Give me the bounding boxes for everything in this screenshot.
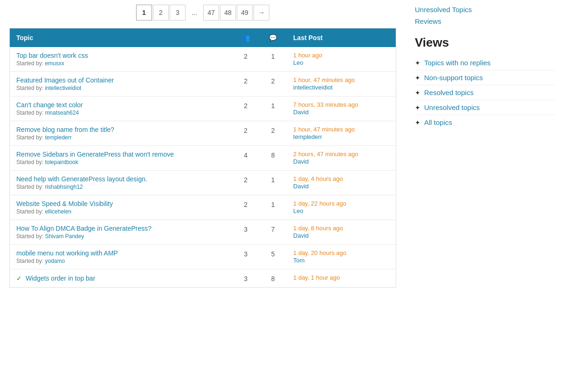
last-post-cell: 1 day, 22 hours agoLeo xyxy=(287,195,396,220)
last-post-time: 1 hour, 47 minutes ago xyxy=(293,76,389,83)
topic-author-link[interactable]: rishabhsingh12 xyxy=(45,184,83,190)
replies-count: 7 xyxy=(259,220,287,245)
voices-count: 2 xyxy=(232,96,260,121)
page-2[interactable]: 2 xyxy=(153,5,169,21)
page-3[interactable]: 3 xyxy=(170,5,186,21)
topic-author-link[interactable]: tolepaintbook xyxy=(45,159,78,165)
topic-title-link[interactable]: Remove blog name from the title? xyxy=(16,126,226,133)
topic-title-link[interactable]: Website Speed & Mobile Visibility xyxy=(16,200,226,207)
last-post-cell: 1 day, 20 hours agoTom xyxy=(287,245,396,269)
topic-meta: Started by: rishabhsingh12 xyxy=(16,184,226,190)
replies-count: 1 xyxy=(259,195,287,220)
replies-icon: 💬 xyxy=(269,34,277,41)
view-item: ✦Topics with no replies xyxy=(415,55,555,70)
view-link[interactable]: Unresolved topics xyxy=(424,103,480,111)
last-post-author: templederr xyxy=(293,133,322,140)
last-post-time: 7 hours, 33 minutes ago xyxy=(293,101,389,108)
main-content: 1 2 3 ... 47 48 49 → Topic 👥 💬 Last xyxy=(0,5,406,288)
voices-count: 2 xyxy=(232,171,260,195)
last-post-cell: 1 day, 4 hours agoDavid xyxy=(287,171,396,195)
topic-title-link[interactable]: Featured Images out of Container xyxy=(16,76,226,84)
topic-title-link[interactable]: Top bar doesn't work css xyxy=(16,52,226,59)
views-section: Views ✦Topics with no replies✦Non-suppor… xyxy=(415,35,555,130)
replies-header: 💬 xyxy=(259,28,287,48)
topic-meta: Started by: ellicehelen xyxy=(16,208,226,215)
topic-author-link[interactable]: mnatseah624 xyxy=(45,110,79,116)
topic-author-link[interactable]: ellicehelen xyxy=(45,208,71,215)
topics-table: Topic 👥 💬 Last Post Top bar doesn't work… xyxy=(9,28,396,288)
last-post-cell: 7 hours, 33 minutes agoDavid xyxy=(287,96,396,121)
last-post-time: 1 day, 20 hours ago xyxy=(293,249,389,256)
topic-title-link[interactable]: Can't change text color xyxy=(16,101,226,109)
topic-author-link[interactable]: emusxx xyxy=(45,60,64,67)
voices-count: 3 xyxy=(232,269,260,288)
last-post-time: 1 day, 22 hours ago xyxy=(293,200,389,207)
table-row: Top bar doesn't work cssStarted by: emus… xyxy=(10,47,396,72)
last-post-time: 1 hour ago xyxy=(293,52,389,59)
topic-title-link[interactable]: ✓ Widgets order in top bar xyxy=(16,275,226,282)
view-link[interactable]: Resolved topics xyxy=(424,89,474,96)
view-item: ✦Resolved topics xyxy=(415,85,555,100)
topic-meta: Started by: emusxx xyxy=(16,60,226,67)
last-post-cell: 2 hours, 47 minutes agoDavid xyxy=(287,146,396,171)
voices-count: 4 xyxy=(232,146,260,171)
table-row: How To Align DMCA Badge in GeneratePress… xyxy=(10,220,396,245)
topic-title-link[interactable]: Remove Sidebars in GeneratePress that wo… xyxy=(16,151,226,158)
page-47[interactable]: 47 xyxy=(203,5,219,21)
voices-icon: 👥 xyxy=(242,34,250,41)
view-item: ✦All topics xyxy=(415,115,555,130)
last-post-author: David xyxy=(293,109,309,116)
unresolved-topics-link[interactable]: Unresolved Topics xyxy=(415,5,555,14)
table-row: mobile menu not working with AMPStarted … xyxy=(10,245,396,269)
last-post-time: 1 day, 1 hour ago xyxy=(293,274,389,281)
view-item: ✦Unresolved topics xyxy=(415,100,555,115)
view-item: ✦Non-support topics xyxy=(415,70,555,85)
table-row: Can't change text colorStarted by: mnats… xyxy=(10,96,396,121)
voices-header: 👥 xyxy=(232,28,260,48)
replies-count: 5 xyxy=(259,245,287,269)
replies-count: 2 xyxy=(259,72,287,96)
voices-count: 2 xyxy=(232,47,260,72)
voices-count: 3 xyxy=(232,220,260,245)
next-page[interactable]: → xyxy=(254,5,269,21)
topic-title-link[interactable]: Need help with GeneratePress layout desi… xyxy=(16,175,226,183)
table-row: Featured Images out of ContainerStarted … xyxy=(10,72,396,96)
last-post-author: David xyxy=(293,232,309,239)
replies-count: 1 xyxy=(259,171,287,195)
view-link[interactable]: All topics xyxy=(424,118,452,126)
view-link[interactable]: Topics with no replies xyxy=(424,59,491,67)
last-post-cell: 1 day, 8 hours agoDavid xyxy=(287,220,396,245)
last-post-cell: 1 hour agoLeo xyxy=(287,47,396,72)
topic-meta: Started by: tolepaintbook xyxy=(16,159,226,165)
last-post-author: Leo xyxy=(293,207,303,214)
topic-meta: Started by: yodamo xyxy=(16,258,226,264)
topic-meta: Started by: intellectiveidiot xyxy=(16,85,226,91)
last-post-author: David xyxy=(293,183,309,190)
views-title: Views xyxy=(415,35,555,50)
topic-header: Topic xyxy=(10,28,232,48)
topic-title-link[interactable]: How To Align DMCA Badge in GeneratePress… xyxy=(16,225,226,232)
voices-count: 2 xyxy=(232,121,260,146)
table-header-row: Topic 👥 💬 Last Post xyxy=(10,28,396,48)
table-row: Remove Sidebars in GeneratePress that wo… xyxy=(10,146,396,171)
voices-count: 2 xyxy=(232,72,260,96)
view-link[interactable]: Non-support topics xyxy=(424,74,483,82)
page-49[interactable]: 49 xyxy=(237,5,253,21)
last-post-time: 1 hour, 47 minutes ago xyxy=(293,126,389,133)
topic-author-link[interactable]: yodamo xyxy=(45,258,65,264)
sidebar: Unresolved Topics Reviews Views ✦Topics … xyxy=(406,5,564,288)
reviews-link[interactable]: Reviews xyxy=(415,16,555,26)
topic-author-link[interactable]: templederr xyxy=(45,134,71,141)
topic-author-link[interactable]: intellectiveidiot xyxy=(45,85,81,91)
voices-count: 3 xyxy=(232,245,260,269)
page-48[interactable]: 48 xyxy=(220,5,236,21)
topic-title-link[interactable]: mobile menu not working with AMP xyxy=(16,249,226,257)
page-1[interactable]: 1 xyxy=(136,5,152,21)
last-post-header: Last Post xyxy=(287,28,396,48)
last-post-author: Tom xyxy=(293,257,305,264)
pin-icon: ✦ xyxy=(415,119,420,126)
topic-author-link[interactable]: Shivam Pandey xyxy=(45,233,84,240)
last-post-time: 2 hours, 47 minutes ago xyxy=(293,151,389,158)
replies-count: 8 xyxy=(259,146,287,171)
replies-count: 1 xyxy=(259,47,287,72)
